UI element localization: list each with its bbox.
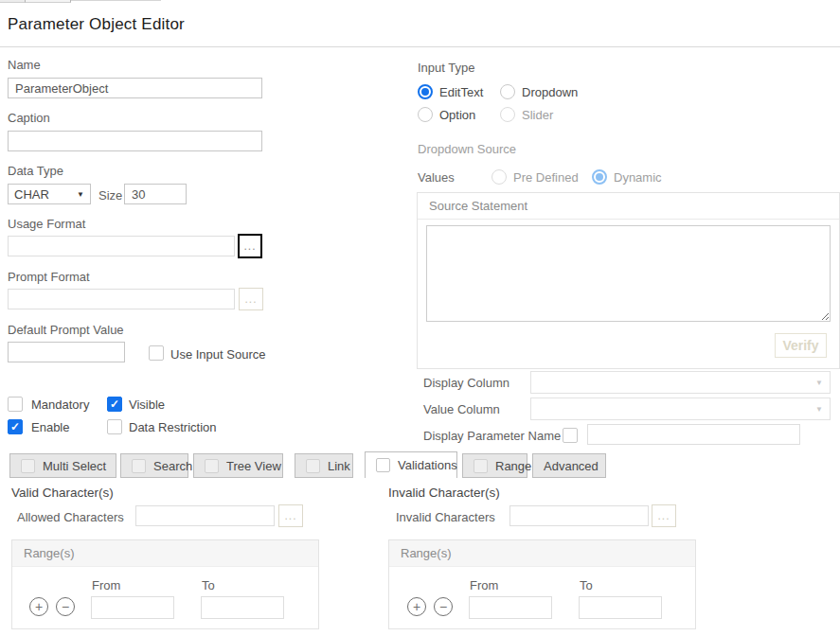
invalid-characters-browse-button: ... — [652, 504, 676, 527]
invalid-range-remove-button[interactable]: − — [434, 597, 453, 616]
data-type-label: Data Type — [8, 164, 63, 178]
input-type-edittext-label: EditText — [439, 85, 483, 99]
tab-validations[interactable]: Validations — [365, 451, 457, 478]
input-type-radio-dropdown[interactable] — [500, 84, 515, 99]
invalid-characters-label: Invalid Characters — [396, 510, 495, 524]
usage-format-browse-button[interactable]: ... — [238, 234, 262, 258]
display-parameter-name-checkbox[interactable] — [563, 428, 578, 443]
usage-format-label: Usage Format — [8, 217, 85, 231]
data-restriction-checkbox[interactable] — [107, 419, 122, 434]
values-label: Values — [418, 170, 455, 185]
range-checkbox[interactable] — [474, 459, 488, 473]
display-parameter-name-label: Display Parameter Name — [423, 429, 561, 443]
valid-range-add-button[interactable]: + — [29, 597, 48, 616]
plus-icon: + — [35, 600, 43, 613]
caption-label: Caption — [8, 111, 50, 125]
tab-label: Search — [153, 459, 192, 473]
display-parameter-name-input[interactable] — [587, 424, 800, 445]
display-column-dropdown[interactable]: ▼ — [530, 371, 831, 394]
valid-range-to-label: To — [202, 578, 215, 592]
invalid-characters-heading: Invalid Character(s) — [388, 486, 500, 500]
tab-multi-select[interactable]: Multi Select — [9, 453, 116, 478]
check-icon: ✓ — [110, 398, 119, 410]
mandatory-checkbox[interactable] — [8, 397, 23, 412]
tab-link[interactable]: Link — [295, 453, 353, 478]
data-type-selected-value: CHAR — [14, 187, 49, 202]
dropdown-source-label: Dropdown Source — [418, 142, 516, 156]
input-type-slider-label: Slider — [522, 108, 553, 122]
enable-checkbox[interactable]: ✓ — [8, 419, 23, 434]
usage-format-input[interactable] — [8, 236, 235, 256]
validations-checkbox[interactable] — [376, 458, 390, 472]
data-restriction-label: Data Restriction — [129, 420, 216, 434]
source-statement-header: Source Statement — [418, 193, 839, 220]
page-title: Parameter Object Editor — [8, 15, 185, 34]
name-input[interactable] — [8, 78, 262, 98]
minus-icon: − — [439, 600, 447, 613]
top-tab-strip-remnant — [0, 0, 26, 3]
chevron-down-icon: ▼ — [815, 405, 823, 414]
input-type-radio-slider — [500, 107, 515, 122]
use-input-source-checkbox[interactable] — [149, 345, 164, 361]
tab-advanced[interactable]: Advanced — [532, 453, 606, 478]
multi-select-checkbox[interactable] — [21, 459, 35, 473]
value-column-dropdown[interactable]: ▼ — [530, 398, 831, 420]
input-type-option-label: Option — [439, 108, 475, 122]
allowed-characters-input[interactable] — [135, 505, 275, 526]
tab-label: Advanced — [544, 459, 599, 473]
minus-icon: − — [62, 600, 69, 613]
tab-label: Link — [328, 459, 350, 473]
tab-tree-view[interactable]: Tree View — [193, 453, 283, 478]
search-checkbox[interactable] — [132, 459, 146, 473]
source-statement-textarea[interactable] — [426, 225, 831, 322]
display-column-label: Display Column — [423, 376, 509, 390]
input-type-label: Input Type — [418, 61, 474, 75]
enable-label: Enable — [31, 420, 69, 434]
valid-range-remove-button[interactable]: − — [56, 597, 75, 616]
prompt-format-input[interactable] — [8, 289, 235, 309]
prompt-format-browse-button: ... — [239, 288, 263, 310]
prompt-format-label: Prompt Format — [8, 270, 90, 284]
dynamic-label: Dynamic — [614, 170, 662, 185]
name-label: Name — [8, 58, 41, 72]
invalid-range-to-input[interactable] — [579, 596, 662, 619]
valid-range-from-input[interactable] — [91, 596, 174, 619]
mandatory-label: Mandatory — [31, 398, 89, 412]
tab-label: Validations — [398, 458, 457, 472]
tab-range[interactable]: Range — [462, 453, 527, 478]
link-checkbox[interactable] — [306, 459, 320, 473]
invalid-range-header: Range(s) — [389, 540, 695, 567]
visible-label: Visible — [129, 398, 165, 412]
input-type-radio-option[interactable] — [418, 107, 433, 122]
valid-range-header: Range(s) — [12, 540, 318, 567]
tree-view-checkbox[interactable] — [205, 459, 219, 473]
tab-label: Tree View — [226, 459, 281, 473]
valid-range-from-label: From — [92, 578, 120, 592]
allowed-characters-label: Allowed Characters — [17, 510, 124, 524]
plus-icon: + — [413, 600, 420, 613]
size-input[interactable] — [124, 184, 187, 204]
header-divider — [0, 46, 840, 47]
invalid-range-to-label: To — [580, 578, 593, 592]
invalid-characters-input[interactable] — [509, 505, 649, 526]
valid-characters-heading: Valid Character(s) — [11, 486, 114, 500]
default-prompt-value-label: Default Prompt Value — [8, 323, 124, 337]
range-heading: Range(s) — [401, 546, 451, 560]
verify-button: Verify — [775, 333, 827, 358]
size-label: Size — [98, 188, 122, 203]
top-tab-strip-remnant — [26, 0, 71, 3]
range-heading: Range(s) — [24, 546, 74, 560]
visible-checkbox[interactable]: ✓ — [107, 397, 122, 412]
values-radio-dynamic — [592, 169, 607, 185]
top-tab-strip-remnant — [71, 0, 161, 1]
input-type-radio-edittext[interactable] — [418, 84, 433, 99]
valid-range-to-input[interactable] — [201, 596, 284, 619]
invalid-range-from-input[interactable] — [469, 596, 552, 619]
data-type-select[interactable]: CHAR ▼ — [8, 184, 91, 204]
tab-search[interactable]: Search — [120, 453, 188, 478]
input-type-dropdown-label: Dropdown — [522, 85, 578, 99]
caption-input[interactable] — [8, 131, 262, 151]
value-column-label: Value Column — [423, 402, 500, 416]
invalid-range-add-button[interactable]: + — [407, 597, 426, 616]
default-prompt-value-input[interactable] — [8, 342, 125, 362]
